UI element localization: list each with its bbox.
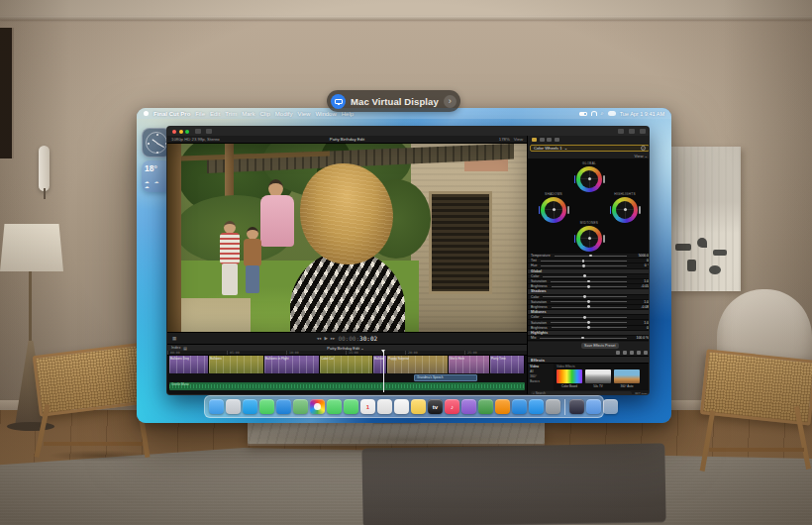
dock-app-store-icon[interactable] (529, 399, 544, 414)
timeline-connected-clip[interactable]: Grandma's Speech (414, 374, 477, 381)
menu-mark[interactable]: Mark (242, 111, 254, 117)
save-effects-preset-button[interactable]: Save Effects Preset (581, 343, 619, 349)
effects-category-basics[interactable]: Basics (530, 379, 552, 384)
menu-bar-clock[interactable]: Tue Apr 1 9:41 AM (620, 111, 664, 117)
dock-reminders-icon[interactable] (394, 399, 409, 414)
effects-browser: Effects VideoAll360°Basics Video Effects… (528, 356, 650, 395)
timeline-clip[interactable]: Balloons in Flight (264, 356, 320, 373)
chevron-down-icon: ⌄ (564, 146, 568, 151)
dock-pages-icon[interactable] (495, 399, 510, 414)
dock-maps-icon[interactable] (293, 399, 308, 414)
index-button[interactable]: Index (171, 346, 180, 350)
dock-notes-icon[interactable] (411, 399, 426, 414)
play-icon[interactable]: ▶ (324, 336, 327, 341)
menu-app-name[interactable]: Final Cut Pro (153, 111, 190, 117)
color-inspector-tab-icon[interactable] (532, 138, 537, 142)
dock-contacts-icon[interactable] (377, 399, 392, 414)
dock-keynote-icon[interactable] (512, 399, 527, 414)
menu-clip[interactable]: Clip (259, 111, 269, 117)
dock-downloads-icon[interactable] (586, 399, 601, 414)
browser-toggle-icon[interactable] (195, 129, 201, 134)
timeline-clip[interactable]: She's Here (449, 356, 490, 373)
menu-edit[interactable]: Edit (210, 111, 220, 117)
inspector-view-menu[interactable]: View (634, 154, 643, 158)
spotlight-icon[interactable]: ⌕ (601, 110, 604, 117)
dock-mail-icon[interactable] (276, 399, 291, 414)
effect-360-auto[interactable]: 360° Auto (614, 369, 640, 388)
dock-settings-icon[interactable] (546, 399, 560, 414)
menu-view[interactable]: View (298, 111, 311, 117)
dock-music-icon[interactable]: ♪ (445, 399, 459, 414)
minimize-button[interactable] (179, 130, 183, 134)
zoom-button[interactable] (185, 130, 189, 134)
timeline-clip[interactable]: Balloons (209, 356, 264, 373)
timeline-clip[interactable]: Puppy Surprise (387, 356, 449, 373)
color-parameter-rows: Temperature5000.0Tint0Hue0 °GlobalColorS… (528, 254, 650, 342)
chevron-down-icon: ⌄ (360, 346, 363, 351)
dock-tv-icon[interactable]: tv (428, 399, 443, 414)
timeline-clip[interactable]: Balloons Drop (169, 356, 209, 373)
dock-facetime-icon[interactable] (327, 399, 342, 414)
dock-numbers-icon[interactable] (478, 399, 493, 414)
dock-launchpad-icon[interactable] (226, 399, 241, 414)
clip-appearance-icon[interactable]: ▤ (183, 346, 187, 351)
param-row-mix[interactable]: Mix100.0 % (528, 336, 650, 341)
video-inspector-tab-icon[interactable] (540, 138, 545, 142)
timeline-project-tab[interactable]: Patty Birthday Edit (327, 346, 359, 351)
titles-browser-icon[interactable] (630, 351, 634, 355)
media-browser-toggle-icon[interactable] (629, 129, 635, 134)
color-correction-selector[interactable]: Color Wheels 1 ⌄ ✓ (530, 145, 650, 152)
effects-browser-icon[interactable] (644, 351, 648, 355)
playhead[interactable] (383, 351, 384, 392)
window-title-bar[interactable] (167, 127, 650, 136)
photos-browser-icon[interactable] (616, 351, 620, 355)
transport-bar: ▦ ◂◂ ▶ ▸▸ 00:00:30:02 (167, 332, 527, 344)
effects-group-label: Video Effects (557, 365, 649, 368)
timeline-clip[interactable]: Cake Cut (320, 356, 373, 373)
control-center-icon[interactable] (608, 111, 616, 116)
info-inspector-tab-icon[interactable] (555, 138, 559, 142)
apple-menu-icon[interactable] (144, 111, 149, 117)
battery-icon[interactable] (579, 112, 587, 116)
wifi-icon[interactable] (591, 111, 597, 116)
macos-dock[interactable]: 1tv♪ (204, 395, 604, 418)
skip-forward-icon[interactable]: ▸▸ (331, 336, 336, 341)
effect-50s-tv[interactable]: 50s TV (585, 369, 611, 388)
shadows-color-wheel[interactable] (541, 197, 566, 223)
timeline-clip[interactable]: Party Time (490, 356, 525, 373)
dock-messages-icon[interactable] (259, 399, 274, 414)
inspector-toggle-icon[interactable] (618, 129, 624, 134)
dock-finder-icon[interactable] (209, 399, 224, 414)
generators-browser-icon[interactable] (637, 351, 641, 355)
menu-trim[interactable]: Trim (225, 111, 237, 117)
dock-trash-icon[interactable] (603, 399, 618, 414)
dock-final-cut-pro-icon[interactable] (569, 399, 584, 414)
close-button[interactable] (172, 130, 176, 134)
dock-phone-icon[interactable] (344, 399, 358, 414)
dock-calendar-icon[interactable]: 1 (360, 399, 375, 414)
dock-podcasts-icon[interactable] (461, 399, 476, 414)
effects-sidebar[interactable]: VideoAll360°Basics (528, 364, 554, 390)
audio-inspector-tab-icon[interactable] (547, 138, 552, 142)
timeline-toggle-icon[interactable] (640, 129, 646, 134)
effect-enabled-toggle[interactable]: ✓ (641, 146, 646, 151)
doorway (0, 28, 14, 158)
chevron-right-icon[interactable]: › (444, 95, 457, 108)
music-browser-icon[interactable] (623, 351, 627, 355)
mac-virtual-display-pill[interactable]: Mac Virtual Display › (327, 90, 460, 112)
midtones-color-wheel[interactable] (576, 226, 602, 252)
global-color-wheel[interactable] (576, 166, 602, 192)
timecode-prefix: 00:00: (338, 335, 359, 342)
mac-virtual-display-screen[interactable]: Final Cut Pro FileEditTrimMarkClipModify… (137, 108, 671, 423)
skip-back-icon[interactable]: ◂◂ (317, 336, 322, 341)
effect-color-board[interactable]: Color Board (557, 369, 582, 388)
keyword-editor-icon[interactable] (206, 129, 212, 134)
final-cut-pro-window[interactable]: 1080p HD 23.98p, Stereo Patty Birthday E… (166, 126, 650, 395)
highlights-color-wheel[interactable] (612, 197, 638, 223)
timeline-clip[interactable]: Balloon (373, 356, 387, 373)
timeline-music-clip[interactable]: Gentle Music (169, 382, 525, 390)
dock-photos-icon[interactable] (310, 399, 325, 414)
menu-file[interactable]: File (195, 111, 205, 117)
menu-modify[interactable]: Modify (275, 111, 293, 117)
dock-safari-icon[interactable] (243, 399, 257, 414)
